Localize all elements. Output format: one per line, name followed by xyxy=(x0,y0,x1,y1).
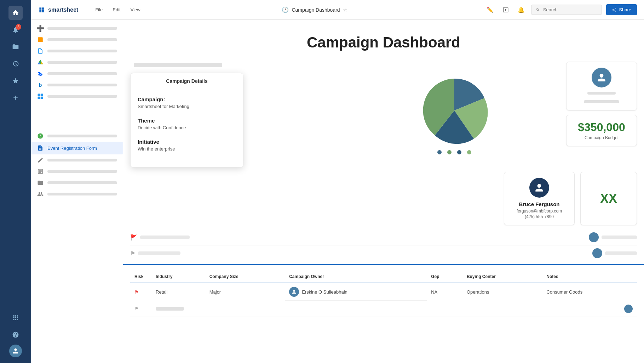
theme-label: Theme xyxy=(138,118,236,124)
second-row: Bruce Ferguson ferguson@mbfcorp.com (425… xyxy=(123,168,644,229)
content-wrapper: ➕ xyxy=(31,20,644,363)
sidebar-row-2[interactable] xyxy=(31,34,123,45)
legend-dot-2 xyxy=(447,150,452,154)
sidebar-row-edit[interactable] xyxy=(31,154,123,166)
sidebar-row-6[interactable]: b xyxy=(31,79,123,91)
contact-email: ferguson@mbfcorp.com xyxy=(510,209,569,214)
top-center: 🕐 Campaign Dashboard ☆ xyxy=(150,6,479,13)
initiative-item: Initiative Win the enterprise xyxy=(138,139,236,152)
legend-item-2 xyxy=(447,150,452,154)
sidebar-row-table[interactable] xyxy=(31,166,123,177)
risk-flag-icon-2: ⚑ xyxy=(134,306,139,311)
col-campaign-owner: Campaign Owner xyxy=(285,271,427,283)
dashboard-header: Campaign Dashboard xyxy=(123,20,644,62)
nav-history-icon[interactable] xyxy=(8,57,23,71)
notification-badge: 3 xyxy=(16,24,21,30)
menu-file[interactable]: File xyxy=(91,5,107,15)
contact-avatar xyxy=(529,178,549,198)
menu-edit[interactable]: Edit xyxy=(108,5,125,15)
pre-avatar-1 xyxy=(589,232,599,242)
sidebar-row-7[interactable] xyxy=(31,91,123,102)
sidebar-row-3[interactable] xyxy=(31,45,123,57)
sidebar-form-icon xyxy=(37,144,44,152)
pie-legend xyxy=(437,150,471,154)
cell-industry: Retail xyxy=(151,283,205,301)
share-button[interactable]: Share xyxy=(606,4,637,15)
avatar-ph-2 xyxy=(584,100,619,103)
favorite-star-icon[interactable]: ☆ xyxy=(343,7,347,13)
sidebar-doc-icon xyxy=(37,47,44,55)
owner-name: Erskine O Suileabhain xyxy=(302,289,347,295)
menu-view[interactable]: View xyxy=(126,5,145,15)
nav-help-icon[interactable] xyxy=(8,328,23,342)
sidebar-box-icon: b xyxy=(37,81,44,89)
campaign-details-body: Campaign: Smartsheet for Marketing Theme… xyxy=(131,89,243,167)
main-area: smartsheet File Edit View 🕐 Campaign Das… xyxy=(31,0,644,363)
sidebar-placeholder-people xyxy=(47,193,117,195)
nav-folder-icon[interactable] xyxy=(8,40,23,54)
menu-bar: File Edit View xyxy=(91,5,144,15)
contact-phone: (425) 555-7890 xyxy=(510,214,569,219)
col-notes: Notes xyxy=(542,271,637,283)
flag-red-1: 🚩 xyxy=(130,234,137,241)
notification-bell-icon[interactable]: 🔔 xyxy=(516,4,527,16)
budget-card: $350,000 Campaign Budget xyxy=(566,115,637,146)
col-risk: Risk xyxy=(130,271,151,283)
sidebar-row-4[interactable] xyxy=(31,57,123,68)
sidebar-row-5[interactable] xyxy=(31,68,123,79)
avatar-ph-1 xyxy=(587,92,616,95)
top-bar: smartsheet File Edit View 🕐 Campaign Das… xyxy=(31,0,644,20)
sidebar-placeholder-7 xyxy=(47,95,117,98)
search-input[interactable] xyxy=(543,7,598,12)
user-avatar[interactable] xyxy=(9,345,22,357)
svg-rect-2 xyxy=(41,94,43,96)
theme-value: Decide with Confidence xyxy=(138,125,236,130)
pre-table-rows: 🚩 ⚑ xyxy=(123,229,644,261)
nav-add-icon[interactable] xyxy=(8,91,23,105)
initiative-value: Win the enterprise xyxy=(138,146,236,152)
dashboard-name: Campaign Dashboard xyxy=(292,7,340,13)
sidebar-row-1[interactable]: ➕ xyxy=(31,23,123,34)
xx-card: XX xyxy=(580,172,637,225)
col-buying-center: Buying Center xyxy=(462,271,542,283)
flag-gray-1: ⚑ xyxy=(130,250,135,257)
data-table-section: Risk Industry Company Size Campaign Owne… xyxy=(123,264,644,323)
logo-icon xyxy=(38,6,45,13)
cell-risk-flag-2: ⚑ xyxy=(130,301,151,317)
campaign-name-item: Campaign: Smartsheet for Marketing xyxy=(138,96,236,109)
legend-item-1 xyxy=(437,150,442,154)
col-gep: Gep xyxy=(427,271,462,283)
sidebar-row-people[interactable] xyxy=(31,188,123,200)
nav-home-icon[interactable] xyxy=(8,6,23,20)
sidebar-sheet-icon xyxy=(37,36,44,43)
legend-item-4 xyxy=(467,150,471,154)
cell-risk-flag: ⚑ xyxy=(130,283,151,301)
pre-ph-3 xyxy=(138,251,180,255)
table-row[interactable]: ⚑ Retail Major Erskine O Suileabhain NA xyxy=(130,283,637,301)
present-icon[interactable] xyxy=(500,4,511,16)
edit-icon[interactable]: ✏️ xyxy=(484,4,496,16)
sidebar-row-chart[interactable] xyxy=(31,130,123,142)
search-box[interactable] xyxy=(531,5,602,15)
pie-chart xyxy=(419,75,490,146)
table-row-2[interactable]: ⚑ xyxy=(130,301,637,317)
event-registration-label: Event Registration Form xyxy=(47,146,97,151)
cell-notes: Consumer Goods xyxy=(542,283,637,301)
nav-grid-icon[interactable] xyxy=(8,311,23,325)
budget-amount: $350,000 xyxy=(572,121,631,134)
nav-favorites-icon[interactable] xyxy=(8,74,23,88)
nav-notification-icon[interactable]: 3 xyxy=(8,23,23,37)
owner-avatar xyxy=(289,287,299,297)
cell-buying-center: Operations xyxy=(462,283,542,301)
sidebar-table-icon xyxy=(37,168,44,175)
sidebar-item-event-registration[interactable]: Event Registration Form xyxy=(31,142,123,154)
sidebar-row-folder[interactable] xyxy=(31,177,123,188)
pre-ph-1 xyxy=(140,236,190,239)
cell-owner: Erskine O Suileabhain xyxy=(285,283,427,301)
share-icon xyxy=(612,7,617,12)
legend-dot-4 xyxy=(467,150,471,154)
sidebar-placeholder-table xyxy=(47,170,117,173)
pre-avatar-2 xyxy=(592,248,602,258)
legend-dot-3 xyxy=(457,150,461,154)
cell-gep: NA xyxy=(427,283,462,301)
